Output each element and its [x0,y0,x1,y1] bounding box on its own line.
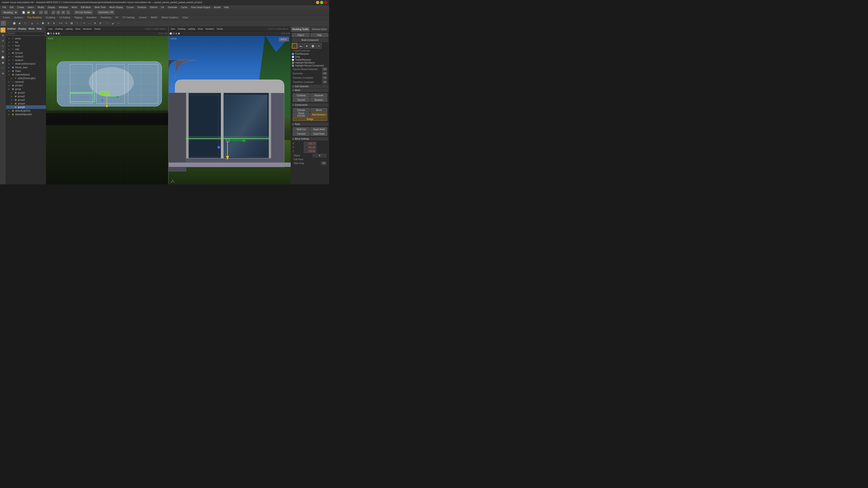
minimize-button[interactable]: — [316,1,319,4]
outliner-item-camera1[interactable]: ▶□camera1 [6,80,46,84]
snap-together-tool[interactable]: ⊕ [0,71,5,76]
sculpt-btn[interactable]: 🖌 [110,21,115,26]
no-live-surface-btn[interactable]: No Live Surface [74,10,93,14]
camera-based-value[interactable]: Off [322,68,327,71]
paint-tool-btn[interactable]: ⬤ [12,21,17,26]
menu-generate[interactable]: Generate [166,6,179,9]
scale-icon[interactable]: ⤡ [66,11,70,14]
tweak-marquee-radio[interactable] [292,59,294,61]
highlight-backfaces-check[interactable] [292,62,294,64]
tab-poly-modeling[interactable]: Poly Modeling [26,16,43,19]
open-file-icon[interactable]: 📂 [27,11,30,14]
cylinder-shape-btn[interactable]: ⬤ [310,43,315,48]
poly-create-btn[interactable]: ⬡ [23,21,28,26]
outliner-item-materialstack1[interactable]: ▶▦materialStack1 [6,73,46,76]
smooth-btn[interactable]: Smooth [293,98,310,102]
outliner-item-locator4[interactable]: ▶+locator4 [6,58,46,62]
tab-uv-editing[interactable]: UV Editing [58,16,72,19]
undo-icon[interactable]: ↩ [39,11,43,14]
workspace-select[interactable]: Modeling [1,10,18,14]
persp-viewport-canvas[interactable]: BACK persp [168,36,291,184]
smooth-btn[interactable]: ≋ [64,21,69,26]
menu-edit-mesh[interactable]: Edit Mesh [79,6,92,9]
front-viewport-canvas[interactable]: front [46,36,168,184]
menu-deform[interactable]: Deform [149,6,159,9]
crease-btn[interactable]: ⌇ [74,21,80,26]
outliner-show-menu[interactable]: Show [29,28,35,30]
menu-select[interactable]: Select [26,6,35,9]
outliner-search-input[interactable] [7,32,45,35]
y-input[interactable] [304,146,316,149]
outliner-item-top[interactable]: ▶□top [6,40,46,44]
outliner-item-side[interactable]: ▶□side [6,47,46,51]
menu-uv[interactable]: UV [159,6,166,9]
mesh-section-header[interactable]: ▶ Mesh [292,89,328,92]
vp-front-icon-1[interactable]: ⬤ [47,32,50,35]
tab-xgen[interactable]: XGen [181,16,190,19]
tab-animation[interactable]: Animation [85,16,98,19]
lasso-tool-btn[interactable]: ⋯ [6,21,11,26]
bevel-btn2[interactable]: Bevel [310,108,327,112]
menu-file[interactable]: File [1,6,8,9]
target-weld-btn[interactable]: Target Weld [310,127,327,131]
vp-persp-view-menu[interactable]: View [169,28,176,30]
outliner-item-aiskydomelight1[interactable]: ▶☀aiSkyDomeLight1 [6,76,46,80]
connect-btn[interactable]: — [87,21,92,26]
redo-icon[interactable]: ↪ [44,11,48,14]
trans-constraint-value[interactable]: Off [322,80,327,84]
vp-persp-panels-menu[interactable]: Panels [216,28,224,30]
scale-tool[interactable]: ⤡ [0,44,5,49]
tab-custom[interactable]: Custom [137,16,148,19]
maximize-button[interactable]: □ [320,1,323,4]
outliner-item-group[interactable]: ▶▦group [6,87,46,91]
menu-surfaces[interactable]: Surfaces [136,6,148,9]
menu-cache[interactable]: Cache [179,6,189,9]
combine-btn[interactable]: ⊕ [46,21,51,26]
soft-select-btn[interactable]: ◉ [17,21,22,26]
tab-fx[interactable]: FX [114,16,120,19]
offset-edge-btn[interactable]: ⊟ [98,21,103,26]
outliner-item-group5[interactable]: ▶▦group5 [6,105,46,109]
modeling-toolkit-tab[interactable]: Modeling Toolkit [291,27,310,32]
add-divisions-btn[interactable]: Add Divisions [310,112,327,117]
menu-display[interactable]: Display [46,6,57,9]
sphere-shape-btn[interactable]: ● [316,43,322,48]
vp-persp-lighting-menu[interactable]: Lighting [187,28,196,30]
tab-mash[interactable]: MASH [149,16,159,19]
separate-btn[interactable]: Separate [310,93,327,97]
quad-draw-btn2[interactable]: Quad Draw [310,132,327,136]
highlight-recent-comp-check[interactable] [292,65,294,67]
menu-arnold[interactable]: Arnold [212,6,222,9]
menu-mesh-display[interactable]: Mesh Display [108,6,125,9]
rotate-tool[interactable]: ↺ [0,38,5,43]
z-input[interactable] [304,150,316,153]
outliner-display-menu[interactable]: Display [18,28,26,30]
persp-icon-3[interactable]: ◈ [176,32,177,35]
outliner-item-defaultlightset[interactable]: ▶▦defaultLightSet [6,109,46,112]
bridge-btn[interactable]: Bridge [293,117,327,121]
new-file-icon[interactable]: 📄 [22,11,25,14]
boolean-btn[interactable]: ⊗ [51,21,56,26]
outliner-item-persp[interactable]: ▶□persp [6,37,46,40]
menu-modify[interactable]: Modify [36,6,46,9]
save-file-icon[interactable]: 💾 [32,11,35,14]
symmetry-btn[interactable]: Symmetry: Off [97,10,115,14]
tab-curves[interactable]: Curves [1,16,12,19]
menu-help[interactable]: Help [222,6,230,9]
menu-mesh-tools[interactable]: Mesh Tools [93,6,107,9]
insert-edge-btn[interactable]: ⊞ [92,21,97,26]
outliner-item-group1[interactable]: ▶▦group1 [6,91,46,94]
vp-front-icon-2[interactable]: ◎ [50,32,52,35]
quad-draw-btn[interactable]: ⬛ [105,21,110,26]
persp-icon-1[interactable]: ⬤ [169,32,172,35]
tab-sculpting[interactable]: Sculpting [44,16,57,19]
close-button[interactable]: ✕ [324,1,327,4]
sculpt-deform-tool[interactable]: 〰 [0,66,5,70]
vp-front-icon-5[interactable]: ◧ [58,32,60,35]
outliner-item-locator3[interactable]: ▶+locator3 [6,55,46,58]
outliner-item-distancedimension2[interactable]: ▶+distanceDimension2 [6,62,46,66]
select-icon[interactable]: ⊹ [52,11,55,14]
soft-selection-header[interactable]: ▶ Soft Selection [292,85,328,88]
components-section-header[interactable]: ▶ Components [292,103,328,107]
tab-rigging[interactable]: Rigging [72,16,84,19]
